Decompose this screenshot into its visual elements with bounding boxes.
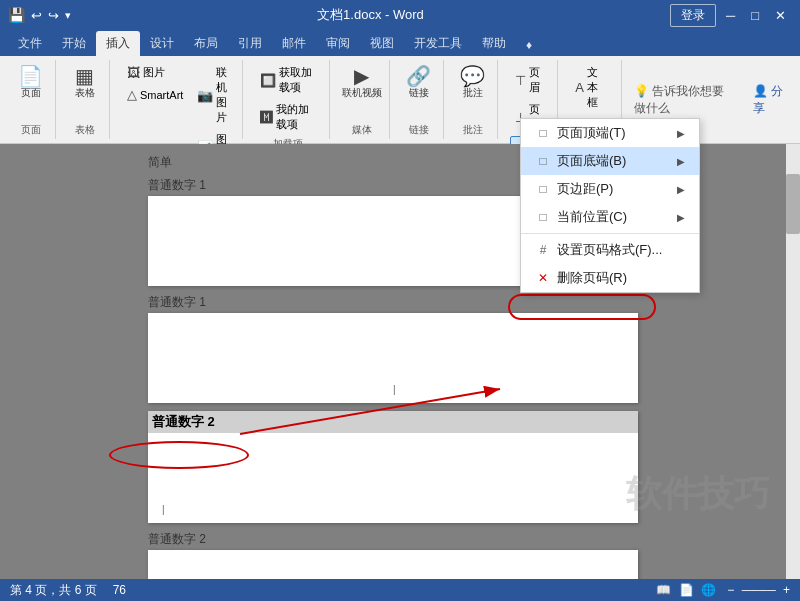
- page-info: 第 4 页，共 6 页: [10, 582, 97, 599]
- header-icon: ⊤: [515, 73, 526, 88]
- tab-mailings[interactable]: 邮件: [272, 31, 316, 56]
- page-inner-3: |: [148, 433, 638, 523]
- page-bottom-icon: □: [535, 154, 551, 168]
- tab-file[interactable]: 文件: [8, 31, 52, 56]
- tab-review[interactable]: 审阅: [316, 31, 360, 56]
- read-view-icon[interactable]: 📖: [656, 583, 671, 597]
- status-bar: 第 4 页，共 6 页 76 📖 📄 🌐 − ──── +: [0, 579, 800, 601]
- doc-page-3: 普通数字 2 |: [148, 411, 638, 523]
- ribbon-group-page: 📄 页面 页面: [6, 60, 56, 139]
- page-icon: 📄: [18, 66, 43, 86]
- cursor-3: |: [162, 504, 165, 515]
- get-addins-icon: 🔲: [260, 73, 276, 88]
- textbox-icon: A: [575, 80, 584, 95]
- page-group-label: 页面: [21, 123, 41, 137]
- doc-page-4: |: [148, 550, 638, 579]
- links-group-label: 链接: [409, 123, 429, 137]
- word-count: 76: [113, 583, 126, 597]
- web-view-icon[interactable]: 🌐: [701, 583, 716, 597]
- share-area[interactable]: 👤 分享: [745, 60, 794, 139]
- ribbon-group-media: ▶ 联机视频 媒体: [334, 60, 390, 139]
- tab-view[interactable]: 视图: [360, 31, 404, 56]
- page-block-4: 普通数字 2 |: [148, 531, 638, 579]
- tell-me-text: 💡 告诉我你想要做什么: [634, 83, 733, 117]
- page-top-icon: □: [535, 126, 551, 140]
- format-icon: #: [535, 243, 551, 257]
- menu-item-page-margin[interactable]: □ 页边距(P) ▶: [521, 175, 699, 203]
- menu-item-format[interactable]: # 设置页码格式(F)...: [521, 236, 699, 264]
- scrollbar-thumb[interactable]: [786, 174, 800, 234]
- tab-layout[interactable]: 布局: [184, 31, 228, 56]
- tab-home[interactable]: 开始: [52, 31, 96, 56]
- ribbon-group-links: 🔗 链接 链接: [394, 60, 444, 139]
- doc-page-2: |: [148, 313, 638, 403]
- table-icon: ▦: [75, 66, 94, 86]
- page-bottom-arrow: ▶: [677, 156, 685, 167]
- cursor-2: |: [393, 384, 396, 395]
- illustration-buttons-left: 🖼 图片 △ SmartArt: [122, 62, 188, 105]
- vertical-scrollbar[interactable]: [786, 144, 800, 579]
- menu-item-page-top[interactable]: □ 页面顶端(T) ▶: [521, 119, 699, 147]
- ribbon-group-table: ▦ 表格 表格: [60, 60, 110, 139]
- table-button[interactable]: ▦ 表格: [67, 62, 103, 104]
- tab-help[interactable]: 帮助: [472, 31, 516, 56]
- highlight-label: 普通数字 2: [152, 413, 215, 431]
- comment-icon: 💬: [460, 66, 485, 86]
- zoom-slider[interactable]: ────: [742, 583, 776, 597]
- page-block-2: 普通数字 1 |: [148, 294, 638, 403]
- menu-divider: [521, 233, 699, 234]
- picture-button[interactable]: 🖼 图片: [122, 62, 188, 83]
- textbox-button[interactable]: A 文本框: [570, 62, 613, 113]
- undo-icon[interactable]: ↩: [31, 8, 42, 23]
- login-button[interactable]: 登录: [670, 4, 716, 27]
- header-button[interactable]: ⊤ 页眉: [510, 62, 549, 98]
- zoom-in-icon[interactable]: +: [783, 583, 790, 597]
- tab-design[interactable]: 设计: [140, 31, 184, 56]
- zoom-out-icon[interactable]: −: [727, 583, 734, 597]
- highlight-row: 普通数字 2: [148, 411, 638, 433]
- page-block-3: 普通数字 2 |: [148, 411, 638, 523]
- menu-item-current-pos[interactable]: □ 当前位置(C) ▶: [521, 203, 699, 231]
- menu-item-remove[interactable]: ✕ 删除页码(R): [521, 264, 699, 292]
- page-margin-icon: □: [535, 182, 551, 196]
- redo-icon[interactable]: ↪: [48, 8, 59, 23]
- smartart-button[interactable]: △ SmartArt: [122, 84, 188, 105]
- ribbon-group-comments: 💬 批注 批注: [448, 60, 498, 139]
- link-icon: 🔗: [406, 66, 431, 86]
- ribbon-group-illustrations: 🖼 图片 △ SmartArt 📷 联机图片 📊 图表 ◻: [114, 60, 243, 139]
- online-picture-icon: 📷: [197, 88, 213, 103]
- online-video-button[interactable]: ▶ 联机视频: [337, 62, 387, 104]
- comments-group-label: 批注: [463, 123, 483, 137]
- view-controls: 📖 📄 🌐 − ──── +: [656, 583, 790, 597]
- menu-item-page-bottom[interactable]: □ 页面底端(B) ▶: [521, 147, 699, 175]
- link-button[interactable]: 🔗 链接: [401, 62, 437, 104]
- table-group-label: 表格: [75, 123, 95, 137]
- page-button[interactable]: 📄 页面: [13, 62, 49, 104]
- my-addins-button[interactable]: 🅼 我的加载项: [255, 99, 321, 135]
- tab-insert[interactable]: 插入: [96, 31, 140, 56]
- maximize-button[interactable]: □: [745, 6, 765, 25]
- tab-diamond[interactable]: ♦: [516, 34, 542, 56]
- window-title: 文档1.docx - Word: [71, 6, 670, 24]
- print-view-icon[interactable]: 📄: [679, 583, 694, 597]
- page-inner-2: |: [148, 313, 638, 403]
- page-margin-arrow: ▶: [677, 184, 685, 195]
- minimize-button[interactable]: ─: [720, 6, 741, 25]
- tab-developer[interactable]: 开发工具: [404, 31, 472, 56]
- get-addins-button[interactable]: 🔲 获取加载项: [255, 62, 321, 98]
- comment-button[interactable]: 💬 批注: [455, 62, 491, 104]
- share-text[interactable]: 👤 分享: [753, 83, 786, 117]
- close-button[interactable]: ✕: [769, 6, 792, 25]
- tab-references[interactable]: 引用: [228, 31, 272, 56]
- title-bar-right: 登录 ─ □ ✕: [670, 4, 792, 27]
- ribbon-tabs: 文件 开始 插入 设计 布局 引用 邮件 审阅 视图 开发工具 帮助 ♦: [0, 30, 800, 56]
- page-label-2: 普通数字 1: [148, 294, 638, 311]
- online-picture-button[interactable]: 📷 联机图片: [192, 62, 234, 128]
- save-icon[interactable]: 💾: [8, 7, 25, 23]
- current-pos-arrow: ▶: [677, 212, 685, 223]
- remove-icon: ✕: [535, 271, 551, 285]
- media-group-label: 媒体: [352, 123, 372, 137]
- page-inner-4: |: [148, 550, 638, 579]
- page-number-dropdown: □ 页面顶端(T) ▶ □ 页面底端(B) ▶ □ 页边距(P) ▶ □ 当前位…: [520, 118, 700, 293]
- current-pos-icon: □: [535, 210, 551, 224]
